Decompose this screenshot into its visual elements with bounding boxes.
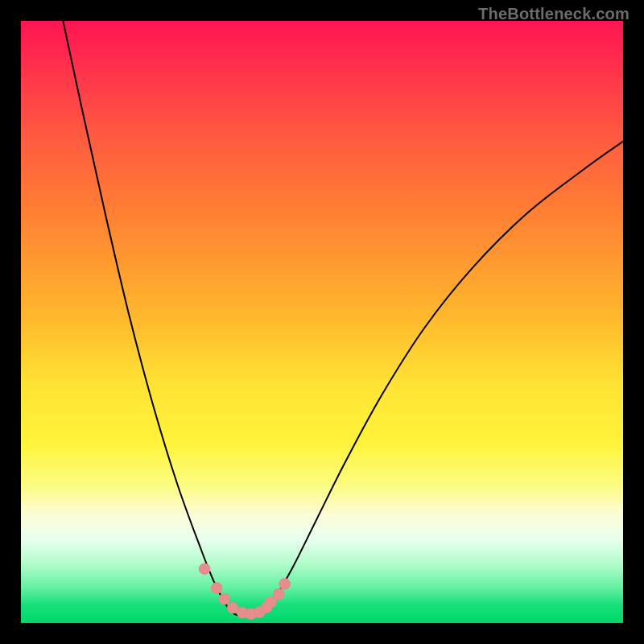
data-marker — [279, 579, 290, 589]
data-marker — [219, 593, 229, 604]
curve-group — [63, 21, 623, 616]
data-marker — [199, 564, 209, 574]
chart-svg — [21, 21, 623, 623]
chart-frame: TheBottleneck.com — [0, 0, 644, 644]
marker-group — [199, 564, 290, 620]
data-marker — [228, 603, 238, 613]
data-marker — [273, 588, 283, 599]
bottleneck-curve — [63, 21, 623, 616]
plot-area — [21, 21, 623, 623]
data-marker — [211, 583, 221, 593]
